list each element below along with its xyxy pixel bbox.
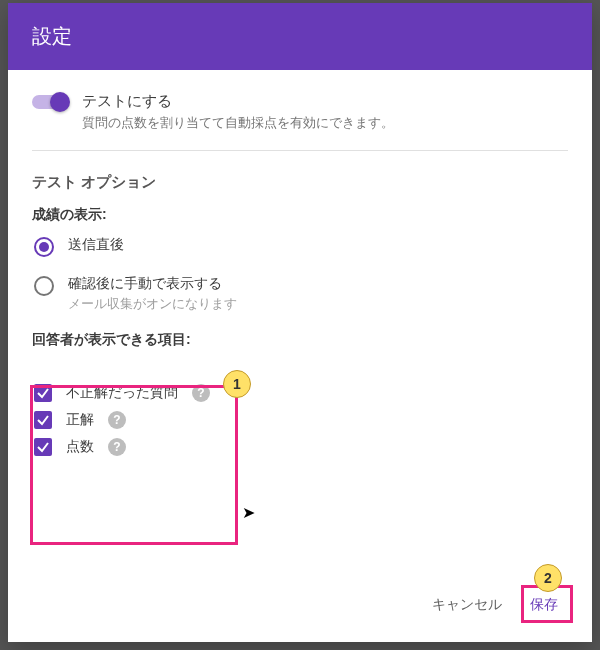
checkbox-icon <box>34 384 52 402</box>
release-grade-option-immediate[interactable]: 送信直後 <box>34 236 568 257</box>
option-label: 確認後に手動で表示する <box>68 275 237 293</box>
option-sublabel: メール収集がオンになります <box>68 295 237 313</box>
checkbox-missed-questions[interactable]: 不正解だった質問 ? <box>34 384 227 402</box>
checkbox-correct-answers[interactable]: 正解 ? <box>34 411 227 429</box>
checkbox-point-values[interactable]: 点数 ? <box>34 438 227 456</box>
make-quiz-label: テストにする <box>82 92 394 111</box>
help-icon[interactable]: ? <box>108 438 126 456</box>
respondent-view-group: 不正解だった質問 ? 正解 ? 点数 ? <box>32 361 237 479</box>
release-grade-option-manual[interactable]: 確認後に手動で表示する メール収集がオンになります <box>34 275 568 313</box>
settings-dialog: 設定 テストにする 質問の点数を割り当てて自動採点を有効にできます。 テスト オ… <box>8 3 592 642</box>
make-quiz-toggle[interactable] <box>32 95 68 109</box>
release-grade-group: 送信直後 確認後に手動で表示する メール収集がオンになります <box>32 236 568 313</box>
save-button[interactable]: 保存 <box>520 588 568 622</box>
dialog-header: 設定 <box>8 3 592 70</box>
dialog-title: 設定 <box>32 25 72 47</box>
help-icon[interactable]: ? <box>192 384 210 402</box>
radio-icon <box>34 237 54 257</box>
make-quiz-row: テストにする 質問の点数を割り当てて自動採点を有効にできます。 <box>32 86 568 151</box>
cancel-button[interactable]: キャンセル <box>422 588 512 622</box>
dialog-body: テストにする 質問の点数を割り当てて自動採点を有効にできます。 テスト オプショ… <box>8 70 592 578</box>
radio-icon <box>34 276 54 296</box>
checkbox-icon <box>34 438 52 456</box>
checkbox-label: 正解 <box>66 411 94 429</box>
release-grade-heading: 成績の表示: <box>32 206 568 224</box>
make-quiz-description: 質問の点数を割り当てて自動採点を有効にできます。 <box>82 114 394 132</box>
checkbox-icon <box>34 411 52 429</box>
help-icon[interactable]: ? <box>108 411 126 429</box>
checkbox-label: 点数 <box>66 438 94 456</box>
test-options-heading: テスト オプション <box>32 173 568 192</box>
option-label: 送信直後 <box>68 236 124 254</box>
checkbox-label: 不正解だった質問 <box>66 384 178 402</box>
dialog-footer: キャンセル 保存 <box>8 578 592 642</box>
respondent-view-heading: 回答者が表示できる項目: <box>32 331 568 349</box>
